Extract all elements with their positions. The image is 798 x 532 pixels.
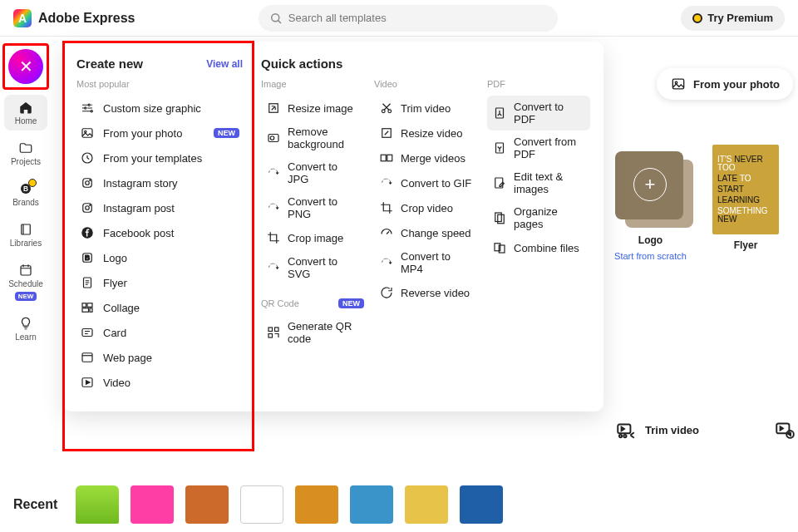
search-icon — [268, 11, 283, 26]
tile-trim-video[interactable]: Trim video — [615, 419, 699, 441]
qa-convert-png[interactable]: Convert to PNG — [261, 190, 364, 225]
plus-close-icon: ✕ — [19, 57, 33, 76]
svg-point-13 — [86, 181, 90, 185]
create-title: Create new — [76, 57, 143, 71]
qa-trim-video[interactable]: Trim video — [374, 96, 477, 121]
qa-combine-files[interactable]: Combine files — [487, 235, 590, 260]
svg-point-8 — [91, 111, 92, 112]
create-item-web-page[interactable]: Web page — [76, 345, 243, 370]
qa-convert-to-pdf[interactable]: Convert to PDF — [487, 96, 590, 131]
home-icon — [18, 100, 33, 115]
qa-convert-jpg[interactable]: Convert to JPG — [261, 155, 364, 190]
qa-label: Convert to PDF — [514, 101, 585, 126]
create-fab-button[interactable]: ✕ — [8, 49, 43, 84]
recent-thumb[interactable] — [185, 485, 229, 524]
create-item-video[interactable]: Video — [76, 370, 243, 395]
svg-point-6 — [88, 104, 90, 106]
create-item-instagram-post[interactable]: Instagram post — [76, 195, 243, 220]
new-pill: NEW — [338, 298, 364, 308]
from-your-photo-pill[interactable]: From your photo — [657, 68, 793, 100]
qa-crop-image[interactable]: Crop image — [261, 225, 364, 250]
create-panel: Create new View all Most popular Custom … — [63, 42, 603, 411]
qa-label: Trim video — [401, 102, 451, 115]
svg-rect-23 — [87, 303, 92, 308]
qa-remove-background[interactable]: Remove background — [261, 121, 364, 155]
qa-col-head: QR Code — [261, 298, 299, 308]
resize-icon — [379, 126, 394, 140]
qa-label: Convert to GIF — [401, 177, 471, 190]
svg-rect-24 — [82, 308, 89, 313]
search-container: Search all templates — [135, 5, 681, 32]
card-flyer[interactable]: IT'S NEVER TOO LATE TO START LEARNING SO… — [712, 145, 779, 261]
create-item-custom-size[interactable]: Custom size graphic — [76, 96, 243, 121]
qa-convert-from-pdf[interactable]: Convert from PDF — [487, 131, 590, 165]
card-subtitle[interactable]: Start from scratch — [614, 251, 687, 261]
qa-edit-text-images[interactable]: Edit text & images — [487, 165, 590, 200]
layout: ✕ Home Projects B Brands Libraries Sched… — [0, 37, 798, 532]
svg-text:B: B — [85, 254, 90, 262]
instagram-icon — [80, 200, 95, 215]
svg-rect-38 — [381, 155, 386, 161]
recent-thumb[interactable] — [76, 485, 119, 524]
qa-change-speed[interactable]: Change speed — [374, 220, 477, 245]
crop-icon — [266, 230, 281, 245]
sidenav-item-projects[interactable]: Projects — [4, 135, 47, 171]
qa-col-head: Video — [374, 79, 477, 89]
search-input[interactable]: Search all templates — [259, 5, 558, 32]
recent-thumb[interactable] — [405, 485, 448, 524]
svg-point-0 — [272, 13, 279, 21]
create-item-from-photo[interactable]: From your photoNEW — [76, 121, 243, 145]
qa-label: Combine files — [514, 242, 579, 254]
svg-rect-26 — [82, 329, 92, 337]
browser-icon — [80, 350, 95, 365]
sidenav-item-brands[interactable]: B Brands — [4, 176, 47, 212]
resize-icon — [266, 101, 281, 116]
qa-merge-videos[interactable]: Merge videos — [374, 145, 477, 170]
qa-convert-mp4[interactable]: Convert to MP4 — [374, 245, 477, 280]
qa-crop-video[interactable]: Crop video — [374, 195, 477, 220]
bulb-icon — [18, 316, 33, 331]
video-share-icon — [774, 419, 796, 441]
sidenav-item-libraries[interactable]: Libraries — [4, 217, 47, 253]
create-item-facebook-post[interactable]: Facebook post — [76, 220, 243, 245]
sidenav-item-home[interactable]: Home — [4, 95, 47, 131]
svg-rect-47 — [672, 79, 683, 89]
create-item-card[interactable]: Card — [76, 320, 243, 345]
sliders-icon — [80, 101, 95, 116]
create-item-flyer[interactable]: Flyer — [76, 270, 243, 295]
create-item-logo[interactable]: BLogo — [76, 245, 243, 270]
recent-thumb[interactable] — [240, 485, 283, 524]
svg-point-50 — [619, 435, 622, 437]
svg-point-31 — [270, 136, 274, 140]
sidenav-item-learn[interactable]: Learn — [4, 311, 47, 347]
qa-reverse-video[interactable]: Reverse video — [374, 280, 477, 305]
tile-more[interactable] — [774, 419, 796, 441]
qa-resize-image[interactable]: Resize image — [261, 96, 364, 121]
new-pill: NEW — [214, 128, 239, 138]
try-premium-button[interactable]: Try Premium — [681, 6, 785, 31]
qa-label: Convert to MP4 — [401, 250, 472, 275]
create-item-label: Card — [103, 327, 126, 339]
svg-rect-5 — [21, 266, 31, 275]
sidenav-item-schedule[interactable]: Schedule NEW — [4, 258, 47, 306]
card-logo[interactable]: + Logo Start from scratch — [607, 145, 694, 261]
combine-icon — [492, 240, 507, 255]
recent-thumb[interactable] — [131, 485, 174, 524]
sidenav: ✕ Home Projects B Brands Libraries Sched… — [0, 37, 52, 532]
page-icon — [80, 275, 95, 290]
qa-organize-pages[interactable]: Organize pages — [487, 200, 590, 235]
create-item-collage[interactable]: Collage — [76, 295, 243, 320]
qa-convert-gif[interactable]: Convert to GIF — [374, 170, 477, 195]
quick-actions-panel: Quick actions Image Resize image Remove … — [254, 42, 603, 411]
clock-icon — [80, 150, 95, 165]
recent-thumb[interactable] — [460, 485, 503, 524]
recent-thumb[interactable] — [350, 485, 393, 524]
view-all-link[interactable]: View all — [206, 58, 243, 70]
qa-generate-qr[interactable]: Generate QR code — [261, 315, 364, 350]
recent-thumb[interactable] — [295, 485, 338, 524]
create-item-instagram-story[interactable]: Instagram story — [76, 170, 243, 195]
qa-resize-video[interactable]: Resize video — [374, 121, 477, 145]
qa-convert-svg[interactable]: Convert to SVG — [261, 250, 364, 285]
convert-icon — [379, 255, 394, 270]
create-item-from-templates[interactable]: From your templates — [76, 145, 243, 170]
